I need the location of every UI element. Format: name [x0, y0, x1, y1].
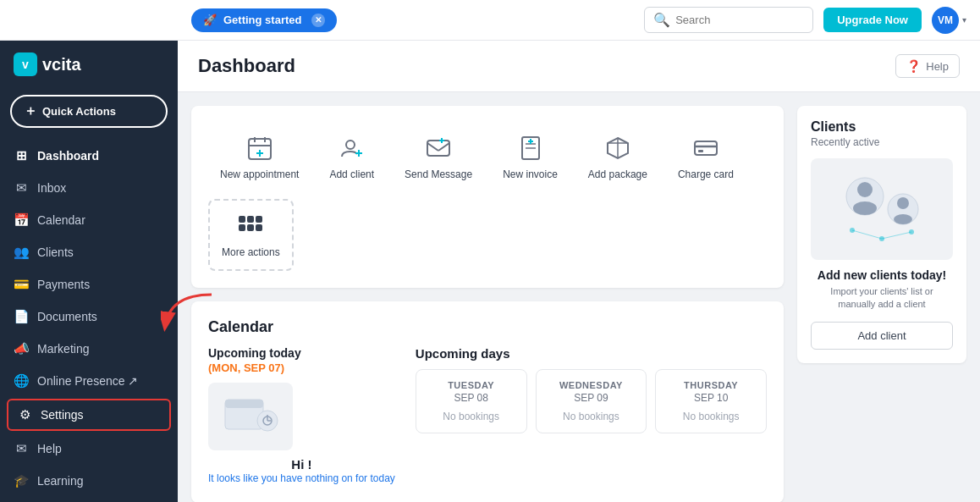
upcoming-section: Upcoming days TUESDAY SEP 08 No bookings…	[416, 346, 767, 433]
add-client-button[interactable]: Add client	[811, 322, 953, 350]
page-title: Dashboard	[198, 55, 295, 77]
day-date: SEP 08	[427, 392, 516, 404]
day-name: WEDNESDAY	[547, 380, 636, 390]
charge-card-icon	[691, 133, 721, 163]
sidebar-item-label: Clients	[37, 245, 74, 259]
svg-line-12	[438, 143, 449, 151]
svg-rect-25	[239, 216, 245, 223]
dashboard-header: Dashboard ❓ Help	[178, 41, 980, 92]
day-card-wednesday: WEDNESDAY SEP 09 No bookings	[536, 369, 647, 433]
action-add-package[interactable]: Add package	[576, 123, 659, 192]
sidebar-item-marketing[interactable]: 📣 Marketing	[0, 333, 178, 365]
action-add-client[interactable]: Add client	[317, 123, 386, 192]
quick-actions-card: New appointment Add	[191, 106, 784, 288]
sidebar-item-label: Learning	[37, 474, 84, 488]
day-bookings: No bookings	[666, 411, 756, 422]
day-date: SEP 09	[547, 392, 636, 404]
sidebar-item-documents[interactable]: 📄 Documents	[0, 301, 178, 333]
payments-icon: 💳	[14, 277, 29, 292]
sidebar: v vcita ＋ Quick Actions ⊞ Dashboard ✉ In…	[0, 41, 178, 502]
day-name: TUESDAY	[427, 380, 516, 390]
add-package-icon	[603, 133, 633, 163]
settings-icon: ⚙	[17, 407, 32, 422]
action-more-actions[interactable]: More actions	[208, 199, 294, 272]
more-actions-icon	[235, 211, 266, 241]
sidebar-item-label: Documents	[37, 310, 97, 323]
action-label: Add client	[329, 168, 374, 182]
help-btn-label: Help	[926, 60, 949, 73]
content-area: Dashboard ❓ Help	[178, 41, 980, 502]
today-section: Upcoming today (MON, SEP 07)	[208, 346, 395, 486]
chevron-down-icon: ▾	[962, 15, 966, 25]
svg-point-42	[894, 214, 912, 224]
action-label: Charge card	[678, 168, 734, 182]
sidebar-item-label: Online Presence ↗	[37, 374, 138, 388]
help-button[interactable]: ❓ Help	[895, 54, 960, 78]
action-label: New invoice	[503, 168, 558, 182]
quick-actions-button[interactable]: ＋ Quick Actions	[10, 95, 168, 128]
day-bookings: No bookings	[547, 411, 636, 422]
day-date: SEP 10	[666, 392, 756, 404]
sidebar-item-settings[interactable]: ⚙ Settings	[7, 399, 171, 431]
action-new-appointment[interactable]: New appointment	[208, 123, 311, 192]
getting-started-pill[interactable]: 🚀 Getting started ✕	[191, 8, 337, 32]
sidebar-item-online-presence[interactable]: 🌐 Online Presence ↗	[0, 365, 178, 397]
upcoming-label: Upcoming days	[416, 346, 767, 361]
calendar-icon: 📅	[14, 212, 29, 228]
svg-rect-24	[698, 150, 703, 152]
help-circle-icon: ❓	[906, 59, 921, 73]
search-icon: 🔍	[653, 12, 670, 28]
clients-illustration	[811, 158, 953, 260]
scroll-indicator: ⌄	[0, 497, 178, 502]
calendar-card: Calendar Upcoming today (MON, SEP 07)	[191, 301, 784, 502]
close-icon[interactable]: ✕	[311, 14, 325, 27]
svg-point-38	[857, 182, 873, 197]
clients-subtitle: Recently active	[811, 136, 953, 148]
action-label: New appointment	[220, 168, 299, 182]
getting-started-label: Getting started	[223, 14, 301, 26]
action-label: More actions	[222, 246, 280, 260]
today-date: (MON, SEP 07)	[208, 361, 395, 374]
hi-text: Hi !	[208, 457, 395, 472]
sidebar-item-clients[interactable]: 👥 Clients	[0, 236, 178, 268]
today-message: Hi ! It looks like you have nothing on f…	[208, 457, 395, 486]
today-illustration	[208, 383, 293, 450]
sidebar-item-label: Calendar	[37, 213, 85, 227]
sub-text: It looks like you have nothing on for to…	[208, 472, 395, 486]
svg-point-41	[897, 197, 909, 209]
action-send-message[interactable]: Send Message	[393, 123, 484, 192]
online-presence-icon: 🌐	[14, 373, 29, 389]
add-clients-sub: Import your clients' list or manually ad…	[811, 285, 953, 312]
sidebar-item-label: Help	[37, 442, 62, 455]
sidebar-item-payments[interactable]: 💳 Payments	[0, 268, 178, 301]
sidebar-item-learning[interactable]: 🎓 Learning	[0, 465, 178, 497]
vcita-logo: v vcita	[14, 52, 81, 76]
svg-line-47	[882, 232, 911, 239]
sidebar-item-calendar[interactable]: 📅 Calendar	[0, 204, 178, 236]
clients-title: Clients	[811, 119, 953, 135]
right-column: Clients Recently active	[797, 106, 966, 502]
user-menu[interactable]: VM ▾	[932, 7, 966, 34]
sidebar-item-inbox[interactable]: ✉ Inbox	[0, 172, 178, 204]
upgrade-button[interactable]: Upgrade Now	[823, 8, 922, 32]
svg-rect-10	[427, 141, 449, 156]
svg-line-46	[852, 230, 882, 239]
svg-rect-26	[247, 216, 254, 223]
action-new-invoice[interactable]: New invoice	[491, 123, 570, 192]
sidebar-item-label: Inbox	[37, 181, 66, 195]
action-charge-card[interactable]: Charge card	[666, 123, 746, 192]
help-icon: ✉	[14, 441, 29, 456]
svg-rect-30	[256, 224, 262, 231]
svg-line-11	[427, 143, 438, 151]
svg-rect-22	[695, 141, 717, 155]
search-input[interactable]	[675, 14, 804, 26]
sidebar-item-help[interactable]: ✉ Help	[0, 433, 178, 465]
day-bookings: No bookings	[427, 411, 516, 422]
avatar: VM	[932, 7, 959, 34]
add-clients-text: Add new clients today!	[811, 268, 953, 282]
day-card-thursday: THURSDAY SEP 10 No bookings	[655, 369, 767, 433]
search-box: 🔍	[644, 7, 813, 33]
day-name: THURSDAY	[666, 380, 756, 390]
sidebar-item-dashboard[interactable]: ⊞ Dashboard	[0, 140, 178, 172]
inbox-icon: ✉	[14, 180, 29, 196]
